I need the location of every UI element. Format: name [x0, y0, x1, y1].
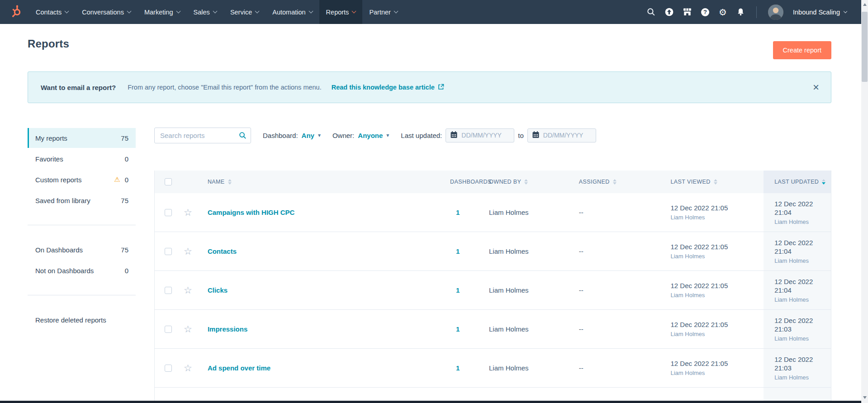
owned-by-value: Liam Holmes	[489, 209, 529, 216]
last-viewed-date: 12 Dec 2022 21:05	[670, 204, 728, 212]
date-from-field[interactable]	[446, 128, 514, 142]
upgrade-arrow-up-circle-icon[interactable]	[665, 8, 674, 16]
sidebar-item-count: 75	[121, 197, 128, 204]
report-name-link[interactable]: Contacts	[208, 247, 237, 255]
help-icon[interactable]: ?	[701, 8, 709, 16]
sort-icon[interactable]	[613, 179, 617, 185]
account-menu[interactable]: Inbound Scaling	[793, 9, 847, 16]
owner-filter[interactable]: Owner: Anyone ▾	[332, 132, 389, 139]
column-header-assigned[interactable]: ASSIGNED	[573, 171, 664, 193]
report-name-link[interactable]: Impressions	[208, 325, 247, 333]
row-checkbox-cell	[155, 271, 184, 309]
report-name-link[interactable]: Campaigns with HIGH CPC	[208, 209, 295, 216]
last-viewed-cell: 12 Dec 2022 21:05Liam Holmes	[664, 271, 764, 309]
row-checkbox[interactable]	[165, 209, 172, 216]
date-range-to-label: to	[518, 132, 524, 139]
select-all-checkbox[interactable]	[165, 178, 172, 185]
row-checkbox[interactable]	[165, 287, 172, 294]
favorite-star-icon[interactable]: ☆	[184, 208, 192, 217]
row-checkbox[interactable]	[165, 326, 172, 333]
sidebar-item-custom-reports[interactable]: Custom reports⚠0	[28, 170, 136, 190]
dashboard-filter[interactable]: Dashboard: Any ▾	[263, 132, 321, 139]
sort-icon-active[interactable]	[822, 179, 825, 185]
notifications-bell-icon[interactable]	[736, 8, 745, 16]
nav-item-service[interactable]: Service	[223, 0, 266, 24]
sidebar-item-my-reports[interactable]: My reports75	[28, 128, 136, 148]
favorite-star-icon[interactable]: ☆	[184, 285, 192, 295]
reports-sidebar: My reports75Favorites0Custom reports⚠0Sa…	[28, 128, 136, 331]
search-reports-input[interactable]	[154, 128, 251, 143]
sort-icon[interactable]	[524, 179, 528, 185]
dashboards-cell	[443, 388, 482, 401]
nav-item-automation[interactable]: Automation	[266, 0, 319, 24]
nav-item-sales[interactable]: Sales	[187, 0, 223, 24]
last-updated-date: 12 Dec 2022 21:03	[774, 355, 831, 372]
knowledge-base-link[interactable]: Read this knowledge base article	[332, 84, 444, 91]
avatar[interactable]	[768, 5, 783, 20]
account-name: Inbound Scaling	[793, 9, 840, 16]
favorite-star-icon[interactable]: ☆	[184, 247, 192, 256]
vertical-scrollbar[interactable]	[861, 0, 868, 403]
row-star-cell: ☆	[184, 271, 201, 309]
sort-icon[interactable]	[228, 179, 232, 185]
last-updated-cell: 12 Dec 2022 21:04Liam Holmes	[764, 271, 831, 309]
hubspot-logo[interactable]	[0, 0, 29, 24]
last-updated-cell: 12 Dec 2022 21:03Liam Holmes	[764, 349, 831, 387]
nav-item-reports[interactable]: Reports	[319, 0, 363, 24]
date-from-input[interactable]	[461, 132, 510, 139]
dashboards-count-link[interactable]: 1	[456, 209, 460, 216]
column-header-dashboards[interactable]: DASHBOARDS	[443, 171, 482, 193]
column-header-last-viewed[interactable]: LAST VIEWED	[664, 171, 764, 193]
nav-item-marketing[interactable]: Marketing	[138, 0, 187, 24]
row-checkbox[interactable]	[165, 365, 172, 372]
dashboards-count-link[interactable]: 1	[456, 247, 460, 255]
report-name-link[interactable]: Clicks	[208, 286, 228, 294]
row-star-cell: ☆	[184, 193, 201, 232]
date-to-input[interactable]	[543, 132, 592, 139]
search-icon[interactable]	[239, 132, 247, 141]
dashboards-count-link[interactable]: 1	[456, 286, 460, 294]
last-updated-block: 12 Dec 2022 21:04Liam Holmes	[774, 199, 831, 226]
row-checkbox-cell	[155, 310, 184, 348]
column-header-owned-by[interactable]: OWNED BY	[482, 171, 573, 193]
dashboards-count-link[interactable]: 1	[456, 325, 460, 333]
sidebar-item-count: 75	[121, 134, 128, 142]
last-updated-by: Liam Holmes	[774, 218, 831, 226]
date-to-field[interactable]	[527, 128, 596, 142]
report-name-link[interactable]: Ad spend over time	[208, 364, 270, 372]
scrollbar-up-arrow-icon[interactable]	[861, 1, 868, 8]
marketplace-icon[interactable]	[683, 8, 692, 16]
sidebar-item-on-dashboards[interactable]: On Dashboards75	[28, 240, 136, 260]
nav-item-contacts[interactable]: Contacts	[29, 0, 75, 24]
banner-close-icon[interactable]: ×	[813, 82, 819, 93]
dashboard-filter-value[interactable]: Any	[302, 132, 314, 139]
last-updated-block: 12 Dec 2022 21:03Liam Holmes	[774, 355, 831, 381]
column-header-last-updated[interactable]: LAST UPDATED	[764, 171, 831, 193]
sidebar-item-saved-from-library[interactable]: Saved from library75	[28, 190, 136, 210]
search-icon[interactable]	[647, 8, 655, 16]
scrollbar-thumb[interactable]	[862, 12, 868, 82]
dashboards-count-link[interactable]: 1	[456, 364, 460, 372]
assigned-value: --	[579, 286, 583, 294]
sidebar-item-restore-deleted-reports[interactable]: Restore deleted reports	[28, 310, 136, 330]
nav-item-partner[interactable]: Partner	[362, 0, 404, 24]
row-checkbox[interactable]	[165, 248, 172, 255]
sort-icon[interactable]	[714, 179, 717, 185]
column-header-name[interactable]: NAME	[201, 171, 443, 193]
sprocket-logo-icon	[10, 5, 24, 20]
select-all-checkbox-cell	[155, 171, 184, 193]
create-report-button[interactable]: Create report	[773, 41, 831, 59]
dashboards-cell: 1	[443, 310, 482, 348]
nav-item-conversations[interactable]: Conversations	[75, 0, 138, 24]
settings-gear-icon[interactable]: ⚙	[719, 8, 727, 17]
warning-icon: ⚠	[114, 175, 120, 184]
sidebar-item-not-on-dashboards[interactable]: Not on Dashboards0	[28, 261, 136, 280]
scrollbar-down-arrow-icon[interactable]	[861, 394, 868, 401]
dashboards-cell: 1	[443, 232, 482, 270]
favorite-star-icon[interactable]: ☆	[184, 324, 192, 334]
owner-filter-value[interactable]: Anyone	[358, 132, 383, 139]
nav-item-label: Automation	[272, 9, 305, 16]
owned-by-value: Liam Holmes	[489, 364, 529, 372]
favorite-star-icon[interactable]: ☆	[184, 363, 192, 373]
sidebar-item-favorites[interactable]: Favorites0	[28, 149, 136, 169]
